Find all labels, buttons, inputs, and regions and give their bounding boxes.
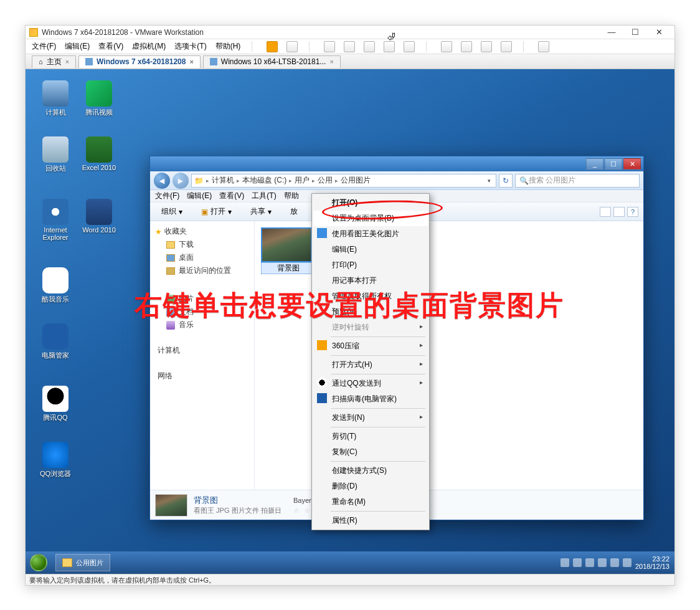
tray-icon[interactable] bbox=[598, 558, 607, 567]
minimize-button[interactable]: — bbox=[603, 27, 620, 37]
organize-button[interactable]: 组织 ▾ bbox=[155, 204, 189, 219]
desktop-icon-tencent-video[interactable]: 腾讯视频 bbox=[80, 80, 118, 117]
system-tray[interactable]: 23:22 2018/12/13 bbox=[556, 555, 674, 570]
refresh-button[interactable]: ↻ bbox=[499, 174, 513, 188]
ctx-delete[interactable]: 删除(D) bbox=[313, 479, 428, 494]
minimize-button[interactable]: _ bbox=[586, 158, 603, 169]
menu-file[interactable]: 文件(F) bbox=[155, 191, 179, 201]
desktop-icon-ie[interactable]: Internet Explorer bbox=[37, 199, 74, 241]
tray-icon[interactable] bbox=[610, 558, 619, 567]
ctx-beautify[interactable]: 使用看图王美化图片 bbox=[313, 226, 428, 242]
tray-icon[interactable] bbox=[560, 558, 569, 567]
ctx-edit[interactable]: 编辑(E) bbox=[313, 242, 428, 257]
menu-help[interactable]: 帮助(H) bbox=[215, 41, 241, 52]
share-button[interactable]: 共享 ▾ bbox=[244, 204, 278, 219]
ctx-properties[interactable]: 属性(R) bbox=[313, 513, 428, 528]
toolbar-icon[interactable] bbox=[324, 41, 335, 52]
toolbar-icon[interactable] bbox=[344, 41, 355, 52]
menu-edit[interactable]: 编辑(E) bbox=[65, 41, 90, 52]
start-button[interactable] bbox=[26, 551, 52, 574]
taskbar[interactable]: 公用图片 23:22 2018/12/13 bbox=[26, 551, 674, 574]
forward-button[interactable]: ► bbox=[173, 173, 189, 189]
tray-icon[interactable] bbox=[585, 558, 594, 567]
nav-downloads[interactable]: 下载 bbox=[153, 238, 252, 251]
breadcrumb[interactable]: 📁▸ 计算机▸ 本地磁盘 (C:)▸ 用户▸ 公用▸ 公用图片 ▾ bbox=[191, 174, 496, 188]
desktop-icon-kuwo[interactable]: 酷我音乐 bbox=[37, 267, 74, 304]
ctx-print[interactable]: 打印(P) bbox=[313, 257, 428, 273]
tab-win10[interactable]: Windows 10 x64-LTSB-20181... × bbox=[203, 55, 341, 68]
navigation-pane: ★收藏夹 下载 桌面 最近访问的位置 图片 文档 音乐 计算机 网络 bbox=[150, 221, 255, 490]
view-mode-icon[interactable] bbox=[600, 207, 611, 217]
nav-recent[interactable]: 最近访问的位置 bbox=[153, 264, 252, 277]
ctx-qq-send[interactable]: 通过QQ发送到▸ bbox=[313, 376, 428, 391]
toolbar-icon[interactable] bbox=[481, 41, 492, 52]
menu-tabs[interactable]: 选项卡(T) bbox=[174, 41, 206, 52]
toolbar-icon[interactable] bbox=[538, 41, 549, 52]
pause-icon[interactable] bbox=[267, 41, 278, 52]
close-icon[interactable]: × bbox=[329, 58, 333, 65]
nav-desktop[interactable]: 桌面 bbox=[153, 251, 252, 264]
toolbar-icon[interactable] bbox=[286, 41, 298, 52]
toolbar-icon[interactable] bbox=[461, 41, 472, 52]
ctx-open[interactable]: 打开(O) bbox=[313, 195, 428, 211]
chevron-down-icon[interactable]: ▾ bbox=[485, 178, 493, 184]
back-button[interactable]: ◄ bbox=[154, 173, 170, 189]
desktop-icon-excel[interactable]: Excel 2010 bbox=[80, 136, 118, 171]
close-icon[interactable]: × bbox=[189, 58, 193, 65]
preview-pane-icon[interactable] bbox=[613, 207, 625, 217]
explorer-titlebar[interactable]: _ ☐ ✕ bbox=[150, 156, 643, 171]
qq-icon bbox=[317, 378, 327, 388]
ctx-scan[interactable]: 扫描病毒(电脑管家) bbox=[313, 391, 428, 407]
file-thumbnail[interactable]: 背景图 bbox=[261, 227, 316, 274]
vm-desktop[interactable]: 计算机 回收站 Internet Explorer 酷我音乐 电脑管家 腾讯QQ… bbox=[26, 69, 674, 574]
context-menu: 打开(O) 设置为桌面背景(B) 使用看图王美化图片 编辑(E) 打印(P) 用… bbox=[311, 193, 430, 530]
ctx-sendto[interactable]: 发送到(N)▸ bbox=[313, 410, 428, 426]
ctx-set-background[interactable]: 设置为桌面背景(B) bbox=[313, 211, 428, 226]
desktop-icon-recycle[interactable]: 回收站 bbox=[37, 136, 74, 173]
volume-icon[interactable] bbox=[623, 558, 631, 567]
nav-computer-header[interactable]: 计算机 bbox=[153, 344, 252, 357]
maximize-button[interactable]: ☐ bbox=[605, 158, 622, 169]
open-button[interactable]: ▣ 打开 ▾ bbox=[195, 204, 238, 219]
maximize-button[interactable]: ☐ bbox=[627, 27, 643, 37]
menu-tools[interactable]: 工具(T) bbox=[252, 191, 276, 201]
toolbar-icon[interactable] bbox=[501, 41, 512, 52]
menu-help[interactable]: 帮助 bbox=[284, 191, 299, 201]
ctx-copy[interactable]: 复制(C) bbox=[313, 444, 428, 460]
toolbar-icon[interactable] bbox=[441, 41, 452, 52]
tray-icon[interactable] bbox=[573, 558, 582, 567]
menu-view[interactable]: 查看(V) bbox=[98, 41, 123, 52]
close-button[interactable]: ✕ bbox=[623, 158, 641, 169]
desktop-icon-qq[interactable]: 腾讯QQ bbox=[37, 386, 74, 422]
ctx-360zip[interactable]: 360压缩▸ bbox=[313, 338, 428, 354]
desktop-icon-word[interactable]: Word 2010 bbox=[80, 199, 118, 234]
ctx-rename[interactable]: 重命名(M) bbox=[313, 494, 428, 510]
taskbar-item-explorer[interactable]: 公用图片 bbox=[55, 554, 110, 571]
ctx-openwith[interactable]: 打开方式(H)▸ bbox=[313, 357, 428, 373]
menu-vm[interactable]: 虚拟机(M) bbox=[132, 41, 166, 52]
nav-favorites-header[interactable]: ★收藏夹 bbox=[153, 225, 252, 238]
help-icon[interactable]: ? bbox=[627, 207, 638, 217]
menu-edit[interactable]: 编辑(E) bbox=[187, 191, 212, 201]
menu-file[interactable]: 文件(F) bbox=[32, 41, 56, 52]
menu-view[interactable]: 查看(V) bbox=[219, 191, 244, 201]
toolbar-icon[interactable] bbox=[384, 41, 395, 52]
details-meta: 看图王 JPG 图片文件 拍摄日 bbox=[194, 506, 287, 515]
tab-home[interactable]: ⌂ 主页 × bbox=[32, 55, 76, 68]
search-input[interactable]: 🔍 搜索 公用图片 bbox=[515, 174, 640, 188]
close-icon[interactable]: × bbox=[65, 58, 69, 65]
close-button[interactable]: ✕ bbox=[651, 27, 667, 37]
ctx-shortcut[interactable]: 创建快捷方式(S) bbox=[313, 463, 428, 479]
ctx-notepad[interactable]: 用记事本打开 bbox=[313, 273, 428, 288]
toolbar-icon[interactable] bbox=[364, 41, 375, 52]
desktop-icon-qqbrowser[interactable]: QQ浏览器 bbox=[37, 442, 74, 479]
slideshow-button[interactable]: 放 bbox=[284, 204, 304, 219]
tab-win7[interactable]: Windows 7 x64-20181208 × bbox=[78, 55, 201, 68]
nav-network-header[interactable]: 网络 bbox=[153, 369, 252, 383]
taskbar-clock[interactable]: 23:22 2018/12/13 bbox=[635, 555, 669, 570]
toolbar-icon[interactable] bbox=[404, 41, 415, 52]
desktop-icon-guard[interactable]: 电脑管家 bbox=[37, 323, 74, 360]
ctx-cut[interactable]: 剪切(T) bbox=[313, 429, 428, 444]
window-title: Windows 7 x64-20181208 - VMware Workstat… bbox=[42, 28, 204, 37]
desktop-icon-computer[interactable]: 计算机 bbox=[37, 80, 74, 117]
